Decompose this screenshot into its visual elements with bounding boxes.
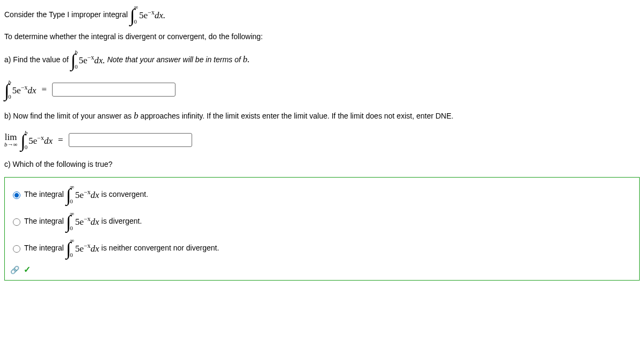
correct-check-icon: ✓: [24, 265, 31, 274]
integral-sign-icon: ∫: [4, 84, 9, 97]
intro-prefix: Consider the Type I improper integral: [4, 10, 128, 19]
part-a-integral: ∫ b 0 5e−xdx.: [71, 49, 105, 70]
equals-sign: =: [58, 135, 63, 145]
feedback-row: 🔗 ✓: [10, 264, 634, 275]
part-a-note: Note that your answer will be in terms o…: [107, 54, 250, 65]
option-prefix: The integral: [24, 190, 64, 198]
limit-notation: lim b→∞: [4, 132, 17, 148]
intro-line: Consider the Type I improper integral ∫ …: [4, 4, 640, 25]
option-integral: ∫∞05e−xdx: [66, 184, 99, 204]
part-b-prompt: b) Now find the limit of your answer as …: [4, 111, 595, 121]
part-b-input-integral: ∫ b 0 5e−xdx: [20, 130, 53, 150]
part-a-answer-input[interactable]: [52, 83, 175, 97]
part-b-answer-input[interactable]: [69, 133, 192, 147]
permalink-icon[interactable]: 🔗: [10, 266, 19, 274]
integral-sign-icon: ∫: [20, 135, 25, 148]
part-c-answer-box: The integral ∫∞05e−xdx is convergent. Th…: [4, 177, 640, 281]
option-integral: ∫∞05e−xdx: [66, 211, 99, 231]
option-row-2: The integral ∫∞05e−xdx is neither conver…: [10, 238, 634, 258]
part-a-input-row: ∫ b 0 5e−xdx =: [4, 79, 640, 100]
integral-sign-icon: ∫: [66, 216, 71, 229]
directive: To determine whether the integral is div…: [4, 32, 640, 41]
integral-sign-icon: ∫: [66, 189, 71, 202]
option-suffix: is convergent.: [101, 190, 148, 198]
intro-integral: ∫ ∞ 0 5e−xdx.: [130, 4, 165, 25]
part-a-prompt: a) Find the value of ∫ b 0 5e−xdx. Note …: [4, 49, 640, 70]
part-c-prompt: c) Which of the following is true?: [4, 160, 640, 168]
option-radio-0[interactable]: [13, 192, 20, 199]
option-suffix: is neither convergent nor divergent.: [101, 244, 219, 252]
option-integral: ∫∞05e−xdx: [66, 238, 99, 258]
integral-sign-icon: ∫: [130, 9, 135, 22]
option-prefix: The integral: [24, 244, 64, 252]
option-radio-1[interactable]: [13, 218, 20, 226]
integral-sign-icon: ∫: [71, 54, 76, 67]
option-row-0: The integral ∫∞05e−xdx is convergent.: [10, 184, 634, 204]
part-a-input-integral: ∫ b 0 5e−xdx: [4, 79, 36, 100]
equals-sign: =: [42, 84, 47, 95]
option-row-1: The integral ∫∞05e−xdx is divergent.: [10, 211, 634, 231]
integral-sign-icon: ∫: [66, 242, 71, 255]
part-b-input-row: lim b→∞ ∫ b 0 5e−xdx =: [4, 130, 640, 150]
option-radio-2[interactable]: [13, 245, 20, 253]
option-prefix: The integral: [24, 217, 64, 225]
option-suffix: is divergent.: [101, 217, 142, 225]
